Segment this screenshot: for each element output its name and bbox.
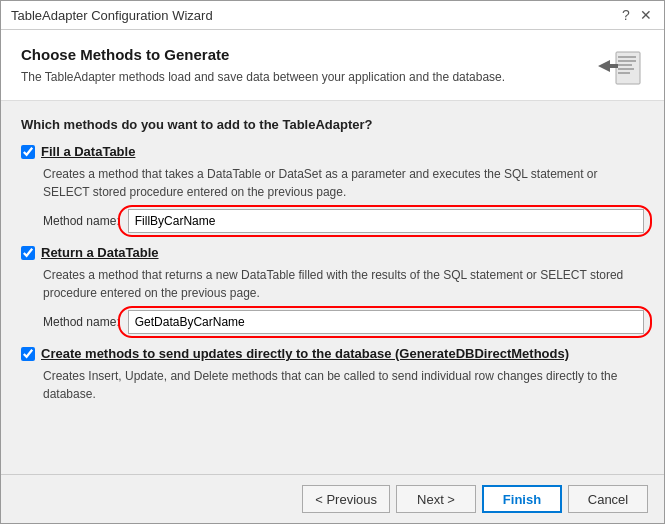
svg-rect-2 — [618, 60, 636, 62]
create-description: Creates Insert, Update, and Delete metho… — [43, 367, 644, 403]
fill-checkbox[interactable] — [21, 145, 35, 159]
fill-label[interactable]: Fill a DataTable — [41, 144, 135, 159]
return-checkbox[interactable] — [21, 246, 35, 260]
create-label[interactable]: Create methods to send updates directly … — [41, 346, 569, 361]
help-button[interactable]: ? — [618, 7, 634, 23]
cancel-button[interactable]: Cancel — [568, 485, 648, 513]
return-method-row: Method name: — [43, 310, 644, 334]
return-description: Creates a method that returns a new Data… — [43, 266, 644, 302]
fill-description: Creates a method that takes a DataTable … — [43, 165, 644, 201]
page-title: Choose Methods to Generate — [21, 46, 505, 63]
svg-rect-4 — [618, 68, 634, 70]
svg-rect-3 — [618, 64, 632, 66]
header-text: Choose Methods to Generate The TableAdap… — [21, 46, 505, 86]
close-button[interactable]: ✕ — [638, 7, 654, 23]
page-description: The TableAdapter methods load and save d… — [21, 69, 505, 86]
wizard-window: TableAdapter Configuration Wizard ? ✕ Ch… — [0, 0, 665, 524]
next-button[interactable]: Next > — [396, 485, 476, 513]
finish-button[interactable]: Finish — [482, 485, 562, 513]
svg-rect-5 — [618, 72, 630, 74]
fill-method-label: Method name: — [43, 214, 120, 228]
wizard-icon — [596, 48, 644, 88]
return-method-input[interactable] — [128, 310, 644, 334]
fill-input-wrapper — [128, 209, 644, 233]
fill-label-underline: Fill a DataTable — [41, 144, 135, 159]
return-checkbox-row: Return a DataTable — [21, 245, 644, 260]
svg-marker-6 — [598, 60, 618, 72]
header-section: Choose Methods to Generate The TableAdap… — [1, 30, 664, 101]
return-label-underline: Return a DataTable — [41, 245, 159, 260]
return-method-label: Method name: — [43, 315, 120, 329]
create-label-underline: Create methods to send updates directly … — [41, 346, 569, 361]
footer: < Previous Next > Finish Cancel — [1, 474, 664, 523]
fill-checkbox-row: Fill a DataTable — [21, 144, 644, 159]
svg-rect-1 — [618, 56, 636, 58]
title-bar-left: TableAdapter Configuration Wizard — [11, 8, 213, 23]
return-input-wrapper — [128, 310, 644, 334]
title-bar-controls: ? ✕ — [618, 7, 654, 23]
title-bar: TableAdapter Configuration Wizard ? ✕ — [1, 1, 664, 30]
previous-button[interactable]: < Previous — [302, 485, 390, 513]
return-label[interactable]: Return a DataTable — [41, 245, 159, 260]
window-title: TableAdapter Configuration Wizard — [11, 8, 213, 23]
create-checkbox-row: Create methods to send updates directly … — [21, 346, 644, 361]
create-checkbox[interactable] — [21, 347, 35, 361]
fill-method-input[interactable] — [128, 209, 644, 233]
section-question: Which methods do you want to add to the … — [21, 117, 644, 132]
fill-method-row: Method name: — [43, 209, 644, 233]
main-body: Which methods do you want to add to the … — [1, 101, 664, 474]
